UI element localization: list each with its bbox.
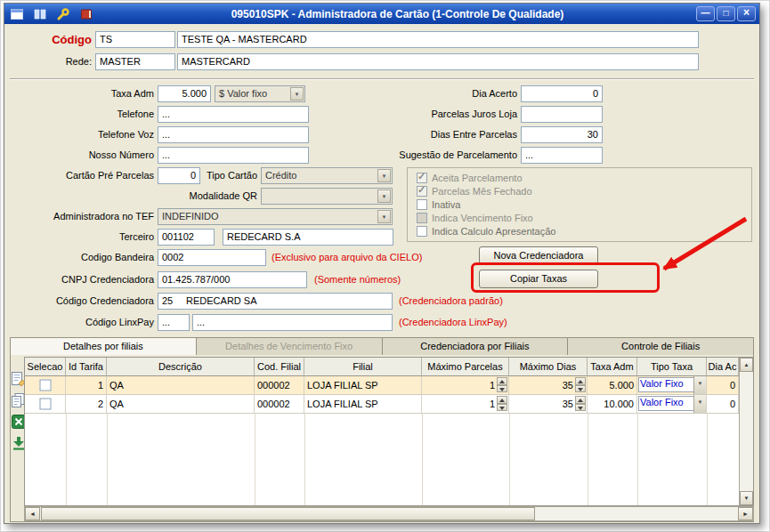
telefone-input[interactable]: ... [158,106,309,123]
col-header-taxa-adm[interactable]: Taxa Adm [588,358,637,376]
spin-up-icon[interactable] [497,377,507,385]
terceiro-codigo-input[interactable]: 001102 [158,229,215,246]
chevron-down-icon: ▼ [377,210,391,223]
tipo-taxa-value: Valor Fixo [640,395,684,410]
spinner[interactable] [497,396,507,411]
minimize-button[interactable]: — [696,6,715,21]
row-select-checkbox[interactable] [39,380,51,391]
col-header-maximo-dias[interactable]: Máximo Dias [509,358,588,376]
nosso-numero-input[interactable]: ... [158,147,309,164]
terceiro-nome-input[interactable]: REDECARD S.A [223,229,393,246]
dias-entre-parcelas-input[interactable]: 30 [521,126,603,143]
tipo-taxa-select[interactable]: Valor Fixo ▼ [637,395,707,414]
checkbox-inativa[interactable]: ✓ Inativa [417,198,460,211]
columns-icon[interactable] [31,6,49,21]
taxa-adm-label: Taxa Adm [8,85,154,102]
filial-cell: LOJA FILIAL SP [304,395,422,414]
parcelas-juros-input[interactable] [521,106,603,123]
maximo-parcelas-cell[interactable]: 1 [422,376,509,395]
maximo-dias-cell[interactable]: 35 [509,376,588,395]
linxpay-codigo-input[interactable]: ... [158,314,190,331]
tab-detalhes-por-filiais[interactable]: Detalhes por filiais [10,337,197,356]
scroll-up-button[interactable]: ▲ [740,358,753,372]
col-header-cod-filial[interactable]: Cod. Filial [255,358,304,376]
annotation-arrow [632,206,757,286]
cartao-pre-parcelas-label: Cartão Pré Parcelas [8,167,154,184]
horizontal-scrollbar[interactable]: ◄ ► [24,506,754,521]
administradora-tef-label: Administradora no TEF [8,208,154,225]
app-window: 095010SPK - Administradora de Cartão (1-… [4,3,760,524]
chevron-down-icon: ▼ [693,376,706,394]
rede-input[interactable]: MASTER [95,53,175,70]
spinner[interactable] [575,377,586,392]
codigo-descricao-input[interactable]: TESTE QA - MASTERCARD [177,31,699,48]
codigo-input[interactable]: TS [95,31,175,48]
spinner[interactable] [497,377,507,392]
maximo-dias-cell[interactable]: 35 [509,395,588,414]
scroll-down-button[interactable]: ▼ [740,491,753,505]
row-select-checkbox[interactable] [39,399,51,410]
wrench-icon[interactable] [54,6,72,21]
spinner[interactable] [575,396,586,411]
col-header-dia-acerto[interactable]: Dia Ac [707,358,739,376]
spin-up-icon[interactable] [497,396,507,404]
modalidade-qr-select[interactable]: ▼ [261,188,393,205]
checkbox-indica-calculo-apresentacao[interactable]: ✓ Indica Calculo Apresentação [417,225,555,238]
chevron-down-icon: ▼ [290,87,304,101]
sugestao-parcelamento-input[interactable]: ... [521,147,603,164]
codigo-credenciadora-input[interactable]: 25 REDECARD SA [158,293,393,310]
dias-entre-parcelas-label: Dias Entre Parcelas [334,126,517,143]
scroll-right-button[interactable]: ► [738,507,753,520]
vertical-scrollbar[interactable]: ▲ ▼ [739,358,753,505]
check-icon: ✓ [417,171,426,182]
spin-up-icon[interactable] [575,396,586,404]
tab-credenciadora-por-filiais[interactable]: Credenciadora por Filiais [383,337,569,356]
spin-down-icon[interactable] [497,385,507,393]
checkbox-box[interactable]: ✓ [417,199,427,210]
checkbox-box[interactable]: ✓ [417,226,427,237]
codigo-bandeira-label: Codigo Bandeira [8,249,154,266]
maximo-parcelas-cell[interactable]: 1 [422,395,509,414]
col-header-selecao[interactable]: Selecao [25,358,66,376]
col-header-descricao[interactable]: Descrição [107,358,255,376]
window-icon[interactable] [8,6,26,21]
taxa-adm-input[interactable]: 5.000 [158,85,211,102]
checkbox-parcelas-mes-fechado: ✓ Parcelas Mês Fechado [417,185,532,197]
maximize-button[interactable]: □ [717,6,735,21]
administradora-tef-select[interactable]: INDEFINIDO ▼ [158,208,393,225]
rede-descricao-input[interactable]: MASTERCARD [177,53,699,70]
col-header-maximo-parcelas[interactable]: Máximo Parcelas [422,358,509,376]
dia-acerto-input[interactable]: 0 [521,85,603,102]
codigo-linxpay-label: Código LinxPay [8,314,154,331]
nova-credenciadora-button[interactable]: Nova Credenciadora [479,246,598,264]
linxpay-nome-input[interactable]: ... [192,314,393,331]
tipo-cartao-select[interactable]: Crédito ▼ [261,167,393,184]
spin-down-icon[interactable] [575,385,586,393]
telefone-voz-label: Telefone Voz [8,126,154,143]
col-header-id-tarifa[interactable]: Id Tarifa [66,358,107,376]
book-icon[interactable] [77,6,95,21]
scroll-left-button[interactable]: ◄ [25,507,40,520]
dia-acerto-cell: 0 [707,376,739,395]
maximo-dias-value: 35 [563,395,573,413]
checkbox-label: Parcelas Mês Fechado [432,186,532,197]
codigo-bandeira-input[interactable]: 0002 [158,249,266,266]
maximo-dias-value: 35 [563,376,573,394]
taxa-adm-tipo-select[interactable]: $ Valor fixo ▼ [215,85,305,102]
spin-down-icon[interactable] [497,404,507,412]
col-header-filial[interactable]: Filial [304,358,422,376]
id-tarifa-cell: 2 [66,395,107,414]
close-button[interactable]: × [737,6,756,21]
spin-down-icon[interactable] [575,404,586,412]
tipo-taxa-select[interactable]: Valor Fixo ▼ [637,376,707,395]
cod-filial-cell: 000002 [255,376,304,395]
table-row[interactable]: 2 QA 000002 LOJA FILIAL SP 1 35 10.000 V… [25,395,739,414]
spin-up-icon[interactable] [575,377,586,385]
check-icon: ✓ [417,184,426,196]
horizontal-scrollbar-thumb[interactable] [41,507,535,520]
tab-controle-de-filiais[interactable]: Controle de Filiais [568,337,754,356]
table-row[interactable]: 1 QA 000002 LOJA FILIAL SP 1 35 5.000 Va… [25,376,739,395]
cnpj-credenciadora-input[interactable]: 01.425.787/000 [158,271,307,288]
col-header-tipo-taxa[interactable]: Tipo Taxa [637,358,707,376]
telefone-voz-input[interactable]: ... [158,126,309,143]
